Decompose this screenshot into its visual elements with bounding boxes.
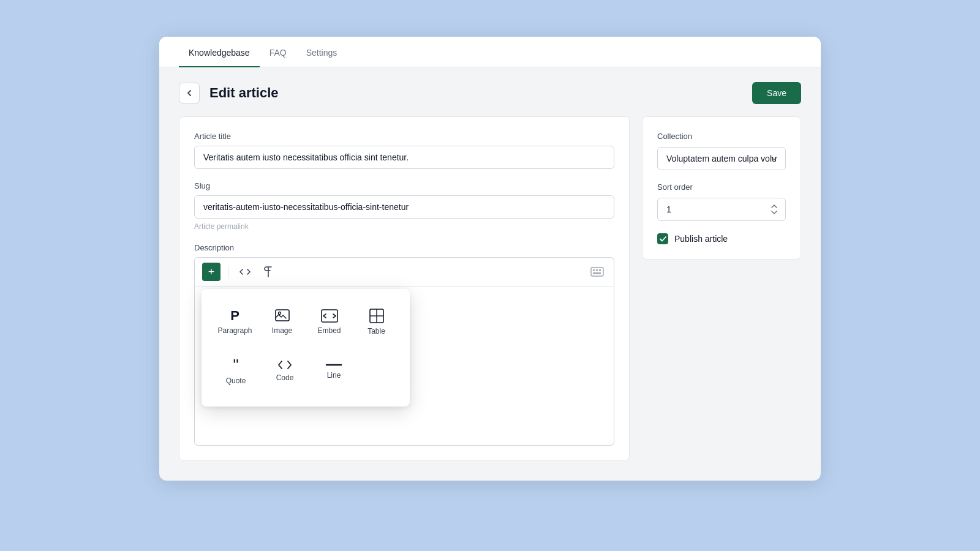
checkmark-icon: [660, 236, 666, 242]
line-menu-label: Line: [327, 371, 341, 380]
line-menu-icon: [325, 362, 342, 367]
menu-row-1: P Paragraph Image: [211, 299, 400, 345]
tab-settings[interactable]: Settings: [296, 37, 347, 67]
keyboard-shortcut-button[interactable]: [588, 263, 606, 281]
publish-row: Publish article: [657, 233, 786, 244]
code-format-button[interactable]: [236, 263, 254, 281]
publish-label: Publish article: [674, 234, 728, 244]
code-icon: [239, 268, 251, 276]
menu-item-code[interactable]: Code: [260, 348, 309, 394]
top-nav: Knowledgebase FAQ Settings: [159, 37, 821, 67]
paragraph-format-button[interactable]: [259, 263, 277, 281]
collection-select[interactable]: Voluptatem autem culpa voluptas...: [657, 147, 786, 170]
save-button[interactable]: Save: [752, 82, 801, 104]
svg-rect-1: [593, 269, 595, 271]
svg-rect-0: [591, 268, 603, 276]
menu-item-paragraph[interactable]: P Paragraph: [211, 299, 258, 345]
page-title: Edit article: [209, 85, 278, 101]
slug-label: Slug: [194, 181, 614, 190]
paragraph-icon: [264, 266, 273, 277]
collection-group: Collection Voluptatem autem culpa volupt…: [657, 132, 786, 170]
paragraph-menu-label: Paragraph: [217, 326, 252, 335]
back-arrow-icon: [184, 88, 194, 98]
description-group: Description +: [194, 243, 614, 446]
article-title-label: Article title: [194, 132, 614, 141]
image-menu-icon: [275, 309, 290, 323]
quote-menu-icon: ": [233, 357, 238, 373]
article-title-input[interactable]: [194, 146, 614, 169]
insert-button[interactable]: +: [202, 263, 221, 281]
quote-menu-label: Quote: [226, 377, 246, 385]
left-panel: Article title Slug Article permalink Des…: [179, 116, 630, 461]
main-content: Article title Slug Article permalink Des…: [159, 116, 821, 481]
menu-item-embed[interactable]: Embed: [306, 299, 353, 345]
svg-rect-2: [596, 269, 598, 271]
back-button[interactable]: [179, 83, 200, 103]
sort-order-input[interactable]: [657, 198, 786, 221]
embed-menu-label: Embed: [317, 326, 341, 335]
svg-rect-3: [599, 269, 601, 271]
article-title-group: Article title: [194, 132, 614, 169]
code-menu-icon: [277, 360, 292, 370]
collection-label: Collection: [657, 132, 786, 141]
right-panel: Collection Voluptatem autem culpa volupt…: [642, 116, 801, 260]
menu-row-2: " Quote Code: [211, 348, 400, 394]
svg-rect-4: [593, 272, 601, 274]
keyboard-icon: [590, 267, 604, 277]
menu-item-image[interactable]: Image: [258, 299, 306, 345]
tab-knowledgebase[interactable]: Knowledgebase: [179, 37, 260, 67]
code-menu-label: Code: [276, 373, 294, 382]
plus-icon: +: [208, 266, 215, 279]
menu-item-line[interactable]: Line: [309, 348, 358, 394]
menu-item-quote[interactable]: " Quote: [211, 348, 260, 394]
toolbar-divider: [228, 266, 228, 278]
publish-checkbox[interactable]: [657, 233, 668, 244]
insert-menu: P Paragraph Image: [202, 289, 410, 407]
slug-hint: Article permalink: [194, 222, 614, 231]
embed-menu-icon: [321, 309, 338, 323]
tab-faq[interactable]: FAQ: [260, 37, 296, 67]
table-menu-label: Table: [368, 327, 385, 335]
slug-input[interactable]: [194, 195, 614, 219]
description-label: Description: [194, 243, 614, 252]
paragraph-menu-icon: P: [230, 309, 239, 323]
slug-group: Slug Article permalink: [194, 181, 614, 231]
page-header-left: Edit article: [179, 83, 278, 103]
menu-item-table[interactable]: Table: [353, 299, 400, 345]
image-menu-label: Image: [272, 326, 292, 335]
sort-order-group: Sort order: [657, 182, 786, 221]
sort-order-label: Sort order: [657, 182, 786, 192]
editor-toolbar: +: [194, 257, 614, 287]
page-header: Edit article Save: [159, 67, 821, 116]
svg-point-6: [278, 312, 281, 315]
table-menu-icon: [369, 309, 384, 323]
app-window: Knowledgebase FAQ Settings Edit article …: [159, 37, 821, 481]
